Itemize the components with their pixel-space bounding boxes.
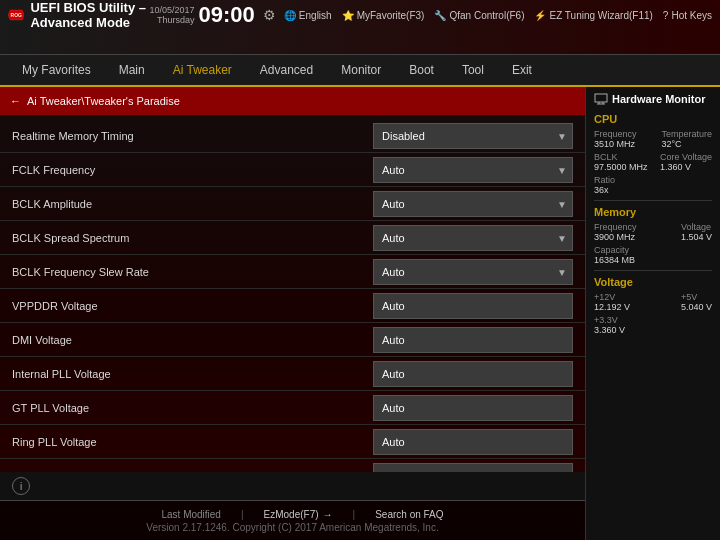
hw-cpu-row-1: Frequency 3510 MHz Temperature 32°C bbox=[594, 129, 712, 149]
menu-ai-tweaker[interactable]: Ai Tweaker bbox=[159, 55, 246, 87]
setting-control-gt-pll bbox=[373, 395, 573, 421]
hw-monitor-header: Hardware Monitor bbox=[594, 93, 712, 105]
hw-volt-12v-label: +12V bbox=[594, 292, 630, 302]
svg-text:ROG: ROG bbox=[11, 13, 22, 18]
setting-row-fclk: FCLK Frequency Auto ▼ bbox=[0, 153, 585, 187]
footer: Last Modified | EzMode(F7) → | Search on… bbox=[0, 500, 585, 540]
eztuning-label: EZ Tuning Wizard(F11) bbox=[549, 10, 652, 21]
setting-control-fclk: Auto ▼ bbox=[373, 157, 573, 183]
header: ROG UEFI BIOS Utility – Advanced Mode 10… bbox=[0, 0, 720, 55]
header-logo: ROG UEFI BIOS Utility – Advanced Mode bbox=[8, 0, 150, 30]
header-top: ROG UEFI BIOS Utility – Advanced Mode 10… bbox=[0, 0, 720, 30]
vppddr-input[interactable] bbox=[373, 293, 573, 319]
setting-row-bclk-slew: BCLK Frequency Slew Rate Auto ▼ bbox=[0, 255, 585, 289]
star-icon: ⭐ bbox=[342, 10, 354, 21]
ring-pll-input[interactable] bbox=[373, 429, 573, 455]
nav-language[interactable]: 🌐 English bbox=[284, 10, 332, 21]
menu-exit[interactable]: Exit bbox=[498, 54, 546, 86]
hw-cpu-temp-value: 32°C bbox=[661, 139, 712, 149]
search-faq-button[interactable]: Search on FAQ bbox=[375, 509, 443, 520]
bclk-slew-select[interactable]: Auto bbox=[373, 259, 573, 285]
ez-mode-label: EzMode(F7) bbox=[264, 509, 319, 520]
menu-main[interactable]: Main bbox=[105, 54, 159, 86]
menubar: My Favorites Main Ai Tweaker Advanced Mo… bbox=[0, 55, 720, 87]
nav-qfan[interactable]: 🔧 Qfan Control(F6) bbox=[434, 10, 524, 21]
hw-cpu-corevolt-label: Core Voltage bbox=[660, 152, 712, 162]
setting-row-bclk-amplitude: BCLK Amplitude Auto ▼ bbox=[0, 187, 585, 221]
hotkeys-label: Hot Keys bbox=[671, 10, 712, 21]
menu-advanced[interactable]: Advanced bbox=[246, 54, 327, 86]
hw-mem-freq-value: 3900 MHz bbox=[594, 232, 637, 242]
setting-row-dmi: DMI Voltage bbox=[0, 323, 585, 357]
footer-copyright: Version 2.17.1246. Copyright (C) 2017 Am… bbox=[146, 522, 438, 533]
hw-mem-volt-value: 1.504 V bbox=[681, 232, 712, 242]
settings-gear-icon[interactable]: ⚙ bbox=[263, 7, 276, 23]
setting-label-vppddr: VPPDDR Voltage bbox=[12, 300, 373, 312]
nav-eztuning[interactable]: ⚡ EZ Tuning Wizard(F11) bbox=[534, 10, 652, 21]
menu-monitor[interactable]: Monitor bbox=[327, 54, 395, 86]
back-arrow-icon[interactable]: ← bbox=[10, 95, 21, 107]
hw-mem-row-2: Capacity 16384 MB bbox=[594, 245, 712, 265]
hw-mem-cap-value: 16384 MB bbox=[594, 255, 635, 265]
hw-volt-12v-value: 12.192 V bbox=[594, 302, 630, 312]
fclk-select[interactable]: Auto bbox=[373, 157, 573, 183]
hw-cpu-bclk-label: BCLK bbox=[594, 152, 648, 162]
hw-memory-title: Memory bbox=[594, 206, 712, 218]
setting-label-bclk-spread: BCLK Spread Spectrum bbox=[12, 232, 373, 244]
svg-rect-2 bbox=[595, 94, 607, 102]
setting-label-internal-pll: Internal PLL Voltage bbox=[12, 368, 373, 380]
setting-control-bclk-amplitude: Auto ▼ bbox=[373, 191, 573, 217]
hw-mem-freq-label: Frequency bbox=[594, 222, 637, 232]
header-nav: 🌐 English ⭐ MyFavorite(F3) 🔧 Qfan Contro… bbox=[284, 10, 712, 21]
nav-hotkeys[interactable]: ? Hot Keys bbox=[663, 10, 712, 21]
menu-tool[interactable]: Tool bbox=[448, 54, 498, 86]
sa-pll-input[interactable] bbox=[373, 463, 573, 473]
hw-cpu-bclk-value: 97.5000 MHz bbox=[594, 162, 648, 172]
hw-volt-row-2: +3.3V 3.360 V bbox=[594, 315, 712, 335]
hw-cpu-row-2: BCLK 97.5000 MHz Core Voltage 1.360 V bbox=[594, 152, 712, 172]
ez-mode-button[interactable]: EzMode(F7) → bbox=[264, 509, 333, 520]
realtime-memory-select[interactable]: Disabled Enabled bbox=[373, 123, 573, 149]
nav-myfavorite[interactable]: ⭐ MyFavorite(F3) bbox=[342, 10, 425, 21]
hw-divider-2 bbox=[594, 270, 712, 271]
content-area: ← Ai Tweaker\Tweaker's Paradise Realtime… bbox=[0, 87, 720, 540]
hw-mem-row-1: Frequency 3900 MHz Voltage 1.504 V bbox=[594, 222, 712, 242]
footer-sep-2: | bbox=[241, 509, 244, 520]
hw-cpu-ratio-value: 36x bbox=[594, 185, 615, 195]
hw-volt-5v-value: 5.040 V bbox=[681, 302, 712, 312]
setting-label-gt-pll: GT PLL Voltage bbox=[12, 402, 373, 414]
setting-control-bclk-slew: Auto ▼ bbox=[373, 259, 573, 285]
date-display: 10/05/2017 Thursday bbox=[150, 5, 195, 25]
setting-label-fclk: FCLK Frequency bbox=[12, 164, 373, 176]
menu-my-favorites[interactable]: My Favorites bbox=[8, 54, 105, 86]
hw-volt-33v-label: +3.3V bbox=[594, 315, 625, 325]
setting-row-bclk-spread: BCLK Spread Spectrum Auto ▼ bbox=[0, 221, 585, 255]
hw-volt-5v-label: +5V bbox=[681, 292, 712, 302]
myfavorite-label: MyFavorite(F3) bbox=[357, 10, 425, 21]
header-time: 09:00 bbox=[199, 2, 255, 28]
hw-cpu-temp-label: Temperature bbox=[661, 129, 712, 139]
date-line2: Thursday bbox=[150, 15, 195, 25]
footer-top: Last Modified | EzMode(F7) → | Search on… bbox=[141, 509, 443, 520]
setting-control-ring-pll bbox=[373, 429, 573, 455]
setting-row-internal-pll: Internal PLL Voltage bbox=[0, 357, 585, 391]
breadcrumb: ← Ai Tweaker\Tweaker's Paradise bbox=[0, 87, 585, 115]
dmi-input[interactable] bbox=[373, 327, 573, 353]
left-panel: ← Ai Tweaker\Tweaker's Paradise Realtime… bbox=[0, 87, 585, 540]
setting-label-dmi: DMI Voltage bbox=[12, 334, 373, 346]
breadcrumb-text: Ai Tweaker\Tweaker's Paradise bbox=[27, 95, 180, 107]
hw-cpu-title: CPU bbox=[594, 113, 712, 125]
internal-pll-input[interactable] bbox=[373, 361, 573, 387]
main-container: ROG UEFI BIOS Utility – Advanced Mode 10… bbox=[0, 0, 720, 540]
date-line1: 10/05/2017 bbox=[150, 5, 195, 15]
monitor-icon bbox=[594, 93, 608, 105]
info-icon: i bbox=[12, 477, 30, 495]
hw-monitor-title: Hardware Monitor bbox=[612, 93, 706, 105]
bclk-amplitude-select[interactable]: Auto bbox=[373, 191, 573, 217]
hw-cpu-ratio-label: Ratio bbox=[594, 175, 615, 185]
menu-boot[interactable]: Boot bbox=[395, 54, 448, 86]
bclk-spread-select[interactable]: Auto bbox=[373, 225, 573, 251]
info-bar: i bbox=[0, 472, 585, 500]
settings-list: Realtime Memory Timing Disabled Enabled … bbox=[0, 115, 585, 472]
gt-pll-input[interactable] bbox=[373, 395, 573, 421]
